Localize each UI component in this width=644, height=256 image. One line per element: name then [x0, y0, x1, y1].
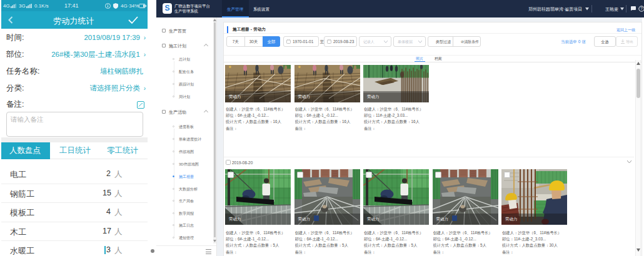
svg-text:?: ?	[640, 6, 643, 11]
